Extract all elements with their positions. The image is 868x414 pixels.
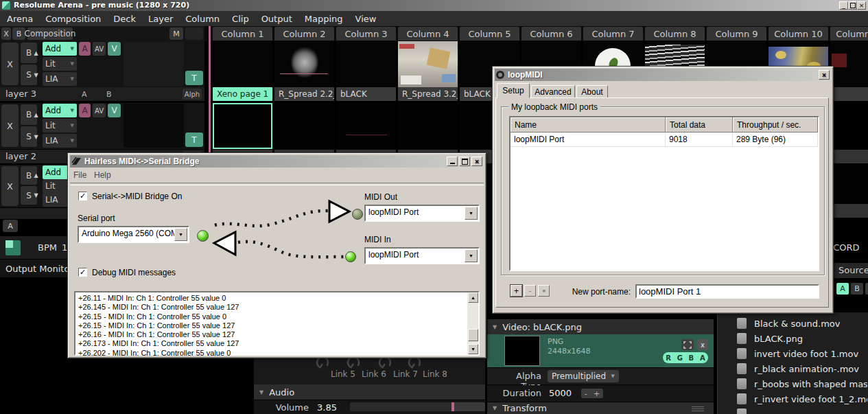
clip-thumbnail[interactable] [336, 41, 396, 87]
clip-thumbnail[interactable] [274, 41, 334, 87]
midi-out-dropdown[interactable]: loopMIDI Port ▼ [364, 205, 480, 222]
layer-x-button[interactable]: X [1, 166, 19, 206]
volume-slider-handle[interactable] [451, 402, 454, 411]
file-item[interactable]: bLACK.png [737, 331, 867, 346]
close-icon[interactable]: × [857, 1, 866, 10]
loopmidi-titlebar[interactable]: loopMIDI × [495, 69, 831, 81]
clip-cell-label[interactable] [830, 150, 868, 163]
table-row[interactable]: loopMIDI Port 9018 289 Byte (96) [511, 133, 818, 147]
restore-icon[interactable] [848, 1, 857, 10]
clip-slot[interactable] [336, 103, 396, 149]
layer-x-button[interactable]: X [1, 104, 19, 147]
volume-value[interactable]: 3.85 [317, 402, 337, 413]
layer-v-button[interactable]: V [108, 42, 121, 56]
col-total-data[interactable]: Total data [666, 117, 733, 133]
hairless-titlebar[interactable]: Hairless MIDI<->Serial Bridge × [70, 155, 484, 168]
clip-cell-label[interactable] [830, 87, 868, 101]
layer-lit-dropdown[interactable]: Lit▼ [43, 119, 77, 133]
add-port-button[interactable]: + [511, 285, 522, 297]
caret-down-icon[interactable]: ▼ [174, 228, 187, 241]
scroll-up-icon[interactable]: ▲ [468, 292, 478, 303]
log-scrollbar[interactable]: ▲ ▼ [467, 292, 478, 354]
tab-setup[interactable]: Setup [497, 83, 530, 98]
clip-slot-selected[interactable] [213, 103, 272, 149]
scroll-down-icon[interactable]: ▼ [468, 344, 478, 354]
col-name[interactable]: Name [511, 117, 666, 133]
alpha-button[interactable]: Alph [183, 89, 202, 100]
layer-blend-dropdown[interactable]: Add▼ [43, 42, 77, 56]
layer-av-button[interactable]: AV [93, 42, 106, 56]
tab-advanced[interactable]: Advanced [531, 85, 575, 98]
clip-cell-label[interactable]: Xeno page 1 [213, 87, 272, 101]
layer-down-button[interactable]: ▼ [32, 126, 40, 147]
layer-up-button[interactable]: ▲ [32, 104, 40, 125]
close-icon[interactable]: × [471, 157, 482, 166]
layer-v-button[interactable]: V [108, 104, 121, 117]
minimize-icon[interactable]: _ [839, 1, 848, 10]
crossfader-b-button[interactable]: B [106, 90, 112, 99]
column-header[interactable]: Column 9 [707, 27, 766, 41]
menu-file[interactable]: File [73, 170, 86, 180]
file-item[interactable]: invert video foot 1.mov [737, 346, 867, 361]
tap-tempo-icon[interactable] [5, 240, 21, 255]
crossfader-a-button[interactable]: A [82, 90, 87, 99]
col-throughput[interactable]: Throughput / sec. [733, 117, 818, 133]
layer-lia-dropdown[interactable]: LIA▼ [43, 72, 77, 86]
clip-cell-label[interactable]: bLACK [336, 87, 396, 101]
layer-lia-dropdown[interactable]: LIA▼ [43, 134, 77, 148]
drag-grip-icon[interactable] [692, 405, 704, 413]
menu-layer[interactable]: Layer [148, 14, 173, 24]
menu-arena[interactable]: Arena [7, 14, 33, 24]
sources-tab-a[interactable]: A [836, 283, 849, 295]
menu-help[interactable]: Help [94, 170, 111, 180]
file-item[interactable]: r_black animation-.mov [737, 361, 867, 376]
serial-port-dropdown[interactable]: Arduino Mega 2560 (COM5) ▼ [78, 226, 189, 243]
maximize-icon[interactable] [459, 157, 470, 166]
minus-button[interactable]: - [585, 389, 587, 398]
volume-slider[interactable] [350, 402, 485, 411]
layer-lit-dropdown[interactable]: Lit▼ [43, 57, 77, 71]
transform-section-header[interactable]: ▼ Transform [487, 402, 714, 414]
channel-b[interactable]: B [689, 354, 694, 362]
sources-more-icon[interactable] [865, 283, 868, 295]
clip-cell-label[interactable]: R_Spread 2.2_bl... [274, 87, 334, 101]
fullscreen-icon[interactable] [681, 339, 694, 350]
new-port-input[interactable] [635, 284, 819, 299]
menu-output[interactable]: Output [261, 14, 292, 24]
comp-x-button[interactable]: X [1, 27, 11, 40]
alpha-type-dropdown[interactable]: Premultiplied ▼ [548, 370, 619, 382]
remove-port-button[interactable]: - [524, 285, 536, 297]
file-item[interactable]: Black & sound.mov [737, 316, 867, 331]
layer-down-button[interactable]: ▼ [32, 65, 40, 85]
menu-view[interactable]: View [355, 14, 377, 24]
column-header[interactable]: Column 2 [274, 27, 334, 41]
close-icon[interactable]: × [819, 70, 830, 80]
audio-section-header[interactable]: ▼ Audio [254, 384, 485, 400]
minimize-icon[interactable] [447, 157, 458, 166]
layer-down-button[interactable]: ▼ [32, 186, 40, 205]
debug-checkbox[interactable]: ✓ [78, 268, 87, 277]
video-preview-thumbnail[interactable] [504, 336, 540, 366]
layer-av-button[interactable]: AV [93, 104, 106, 117]
column-header[interactable]: Column 11 [830, 27, 868, 41]
column-header[interactable]: Column 4 [398, 27, 458, 41]
menu-deck[interactable]: Deck [113, 14, 136, 24]
column-header[interactable]: Column 7 [583, 27, 643, 41]
menu-clip[interactable]: Clip [232, 14, 249, 24]
scroll-thumb[interactable] [468, 329, 478, 341]
layer-up-button[interactable]: ▲ [32, 166, 40, 185]
clip-slot[interactable] [398, 103, 458, 149]
channel-g[interactable]: G [677, 354, 683, 362]
stop-button[interactable]: ■ [538, 285, 550, 297]
layer-a-button[interactable]: A [79, 42, 91, 56]
column-header[interactable]: Column 8 [645, 27, 705, 41]
layer-transition-button[interactable]: T [185, 133, 203, 147]
layer-blend-dropdown[interactable]: Add▼ [43, 104, 77, 117]
close-x-button[interactable]: x [697, 339, 708, 350]
layer-x-button[interactable]: X [1, 43, 19, 85]
deck-a-button[interactable]: A [3, 220, 18, 232]
menu-mapping[interactable]: Mapping [305, 14, 343, 24]
clip-thumbnail[interactable] [213, 41, 272, 87]
comp-m-button[interactable]: M [169, 27, 183, 40]
column-header[interactable]: Column 1 [213, 27, 272, 41]
